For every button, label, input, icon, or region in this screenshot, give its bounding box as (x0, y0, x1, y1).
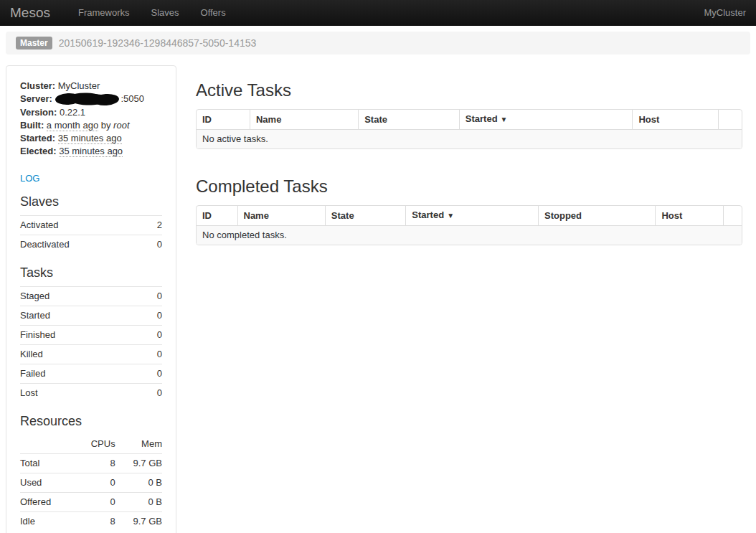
resource-cpus: 8 (77, 454, 115, 473)
stat-label: Failed (20, 364, 144, 384)
col-header-stopped[interactable]: Stopped (539, 206, 656, 226)
cluster-label: Cluster: (20, 80, 55, 91)
nav-item-offers[interactable]: Offers (190, 0, 237, 26)
built-info-line: Built: a month ago by root (20, 119, 162, 132)
stat-value: 0 (144, 364, 162, 384)
col-header-started-label: Started (466, 113, 498, 124)
stat-row-failed: Failed 0 (20, 364, 162, 384)
resource-row-idle: Idle 8 9.7 GB (20, 512, 162, 532)
built-label: Built: (20, 120, 44, 131)
stat-row-staged: Staged 0 (20, 287, 162, 306)
col-header-state[interactable]: State (325, 206, 405, 226)
resource-label: Offered (20, 493, 77, 512)
log-link[interactable]: LOG (20, 171, 39, 186)
stat-row-deactivated: Deactivated 0 (20, 235, 162, 255)
version-label: Version: (20, 107, 57, 118)
resources-section-title: Resources (20, 413, 162, 429)
master-id: 20150619-192346-1298446857-5050-14153 (59, 36, 257, 50)
brand-mesos[interactable]: Mesos (10, 0, 50, 26)
col-header-state[interactable]: State (359, 110, 460, 130)
completed-tasks-table: ID Name State Started▼ Stopped Host No c… (196, 205, 742, 245)
col-header-id[interactable]: ID (197, 110, 250, 130)
started-time: 35 minutes ago (58, 133, 122, 144)
col-header-started[interactable]: Started▼ (406, 206, 539, 226)
server-label: Server: (20, 93, 52, 104)
col-header-actions (724, 206, 742, 226)
stat-value: 2 (148, 216, 162, 235)
nav-item-slaves[interactable]: Slaves (140, 0, 189, 26)
sort-desc-icon: ▼ (501, 115, 508, 123)
breadcrumb: Master 20150619-192346-1298446857-5050-1… (6, 32, 750, 55)
resource-label: Used (20, 473, 77, 493)
resources-header-mem: Mem (115, 435, 162, 454)
stat-value: 0 (144, 306, 162, 326)
elected-time: 35 minutes ago (59, 146, 123, 157)
resources-header-row: CPUs Mem (20, 435, 162, 454)
completed-tasks-header-row: ID Name State Started▼ Stopped Host (197, 206, 742, 226)
sort-desc-icon: ▼ (447, 212, 454, 220)
resource-mem: 0 B (115, 493, 162, 512)
resource-cpus: 8 (77, 512, 115, 532)
col-header-started[interactable]: Started▼ (459, 110, 633, 130)
resource-mem: 0 B (115, 473, 162, 493)
resource-row-offered: Offered 0 0 B (20, 493, 162, 512)
col-header-started-label: Started (412, 209, 444, 220)
stat-row-activated: Activated 2 (20, 216, 162, 235)
stat-label: Activated (20, 216, 148, 235)
server-port: :5050 (121, 93, 144, 104)
cluster-value: MyCluster (58, 80, 100, 91)
stat-label: Deactivated (20, 235, 148, 255)
started-info-line: Started: 35 minutes ago (20, 132, 162, 145)
stat-value: 0 (148, 235, 162, 255)
col-header-actions (718, 110, 742, 130)
stat-value: 0 (144, 384, 162, 403)
active-tasks-empty-text: No active tasks. (197, 130, 742, 149)
stat-value: 0 (144, 287, 162, 306)
resource-row-total: Total 8 9.7 GB (20, 454, 162, 473)
resources-table: CPUs Mem Total 8 9.7 GB Used 0 0 B Offer… (20, 435, 162, 531)
active-tasks-title: Active Tasks (196, 80, 742, 101)
top-navbar: Mesos Frameworks Slaves Offers MyCluster (0, 0, 756, 26)
main-content: Active Tasks ID Name State Started▼ Host (196, 65, 742, 245)
version-info-line: Version: 0.22.1 (20, 106, 162, 119)
master-badge: Master (16, 37, 52, 49)
stat-row-finished: Finished 0 (20, 326, 162, 345)
col-header-id[interactable]: ID (197, 206, 237, 226)
stat-label: Killed (20, 345, 144, 364)
nav-item-frameworks[interactable]: Frameworks (67, 0, 141, 26)
server-info-line: Server: :5050 (20, 93, 162, 106)
built-by-text: by (101, 120, 111, 131)
resource-row-used: Used 0 0 B (20, 473, 162, 493)
built-user: root (113, 120, 129, 131)
col-header-name[interactable]: Name (250, 110, 358, 130)
built-time: a month ago (47, 120, 98, 131)
stat-value: 0 (144, 345, 162, 364)
elected-info-line: Elected: 35 minutes ago (20, 145, 162, 158)
resource-mem: 9.7 GB (115, 512, 162, 532)
col-header-host[interactable]: Host (633, 110, 718, 130)
started-label: Started: (20, 133, 55, 143)
stat-row-started: Started 0 (20, 306, 162, 326)
resources-header-empty (20, 435, 77, 454)
redacted-server-address (55, 93, 120, 106)
empty-state-row: No completed tasks. (197, 226, 742, 245)
completed-tasks-empty-text: No completed tasks. (197, 226, 742, 245)
resource-label: Total (20, 454, 77, 473)
stat-label: Finished (20, 326, 144, 345)
stat-row-killed: Killed 0 (20, 345, 162, 364)
completed-tasks-title: Completed Tasks (196, 176, 742, 197)
elected-label: Elected: (20, 146, 57, 156)
cluster-info-line: Cluster: MyCluster (20, 80, 162, 93)
stat-label: Staged (20, 287, 144, 306)
navbar-cluster-name: MyCluster (704, 6, 746, 20)
master-summary-panel: Cluster: MyCluster Server: :5050 Version… (6, 65, 176, 533)
resource-cpus: 0 (77, 493, 115, 512)
stat-row-lost: Lost 0 (20, 384, 162, 403)
col-header-host[interactable]: Host (656, 206, 724, 226)
tasks-section-title: Tasks (20, 265, 162, 280)
stat-label: Lost (20, 384, 144, 403)
resource-cpus: 0 (77, 473, 115, 493)
col-header-name[interactable]: Name (237, 206, 325, 226)
resource-label: Idle (20, 512, 77, 532)
empty-state-row: No active tasks. (197, 130, 742, 149)
